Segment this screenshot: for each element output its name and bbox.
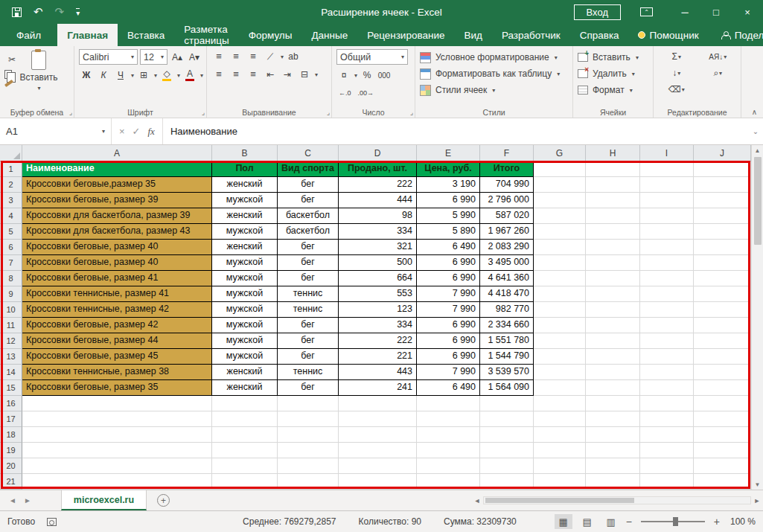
cell-C11[interactable]: бег xyxy=(278,318,339,333)
customize-qat-icon[interactable]: ▾ xyxy=(76,8,80,16)
cell-H18[interactable] xyxy=(586,427,640,443)
cell-H6[interactable] xyxy=(586,240,640,255)
column-header-E[interactable]: E xyxy=(417,145,480,161)
cell-A19[interactable] xyxy=(22,443,212,458)
cell-H5[interactable] xyxy=(586,224,640,240)
row-header-7[interactable]: 7 xyxy=(0,255,22,271)
cell-F17[interactable] xyxy=(480,411,534,427)
row-header-17[interactable]: 17 xyxy=(0,411,22,427)
cell-C13[interactable]: бег xyxy=(278,349,339,365)
cell-D20[interactable] xyxy=(339,458,417,474)
cell-F21[interactable] xyxy=(480,474,534,490)
cell-H13[interactable] xyxy=(586,349,640,365)
cell-I1[interactable] xyxy=(640,161,694,177)
cell-C18[interactable] xyxy=(278,427,339,443)
cell-I15[interactable] xyxy=(640,380,694,396)
cell-A18[interactable] xyxy=(22,427,212,443)
cell-G21[interactable] xyxy=(534,474,586,490)
cell-G3[interactable] xyxy=(534,193,586,208)
cell-G9[interactable] xyxy=(534,286,586,302)
merge-center-icon[interactable]: ⊟ xyxy=(297,67,312,82)
cell-F18[interactable] xyxy=(480,427,534,443)
cell-D17[interactable] xyxy=(339,411,417,427)
cancel-entry-icon[interactable]: × xyxy=(119,126,125,137)
row-header-6[interactable]: 6 xyxy=(0,240,22,255)
tab-file[interactable]: Файл xyxy=(0,24,57,46)
cell-C6[interactable]: бег xyxy=(278,240,339,255)
format-cells-button[interactable]: Формат ▾ xyxy=(578,82,648,98)
copy-icon[interactable] xyxy=(4,70,12,79)
cell-G8[interactable] xyxy=(534,271,586,286)
cell-H10[interactable] xyxy=(586,302,640,318)
cell-D4[interactable]: 98 xyxy=(339,208,417,224)
cell-D15[interactable]: 241 xyxy=(339,380,417,396)
tab-рецензирование[interactable]: Рецензирование xyxy=(357,24,454,46)
formula-input[interactable]: Наименование xyxy=(163,118,748,144)
cell-J17[interactable] xyxy=(694,411,751,427)
cell-D8[interactable]: 664 xyxy=(339,271,417,286)
cell-J2[interactable] xyxy=(694,177,751,193)
cell-G19[interactable] xyxy=(534,443,586,458)
autosum-button[interactable]: Σ▾ xyxy=(658,49,695,64)
font-color-caret-icon[interactable]: ▾ xyxy=(200,72,203,79)
cell-J16[interactable] xyxy=(694,396,751,411)
underline-caret-icon[interactable]: ▾ xyxy=(131,72,134,79)
cell-H7[interactable] xyxy=(586,255,640,271)
cell-G7[interactable] xyxy=(534,255,586,271)
cell-I12[interactable] xyxy=(640,333,694,349)
align-bottom-icon[interactable]: ≡ xyxy=(246,49,261,64)
cell-E13[interactable]: 6 990 xyxy=(417,349,480,365)
cell-J8[interactable] xyxy=(694,271,751,286)
cell-B9[interactable]: мужской xyxy=(212,286,278,302)
column-header-H[interactable]: H xyxy=(586,145,640,161)
font-size-combo[interactable]: 12 ▾ xyxy=(140,49,167,65)
cell-I20[interactable] xyxy=(640,458,694,474)
cell-D3[interactable]: 444 xyxy=(339,193,417,208)
cell-D6[interactable]: 321 xyxy=(339,240,417,255)
cell-C2[interactable]: бег xyxy=(278,177,339,193)
italic-button[interactable]: К xyxy=(96,68,111,83)
tab-данные[interactable]: Данные xyxy=(301,24,357,46)
font-name-combo[interactable]: Calibri ▾ xyxy=(79,49,138,65)
alignment-dialog-launcher-icon[interactable]: ⌟ xyxy=(327,109,330,116)
cell-G13[interactable] xyxy=(534,349,586,365)
cell-E7[interactable]: 6 990 xyxy=(417,255,480,271)
cell-E2[interactable]: 3 190 xyxy=(417,177,480,193)
cell-F10[interactable]: 982 770 xyxy=(480,302,534,318)
cell-F6[interactable]: 2 083 290 xyxy=(480,240,534,255)
cell-J20[interactable] xyxy=(694,458,751,474)
cell-C21[interactable] xyxy=(278,474,339,490)
cell-I7[interactable] xyxy=(640,255,694,271)
cell-E20[interactable] xyxy=(417,458,480,474)
cell-G15[interactable] xyxy=(534,380,586,396)
insert-function-icon[interactable]: fx xyxy=(148,126,155,138)
sort-filter-button[interactable]: АЯ↓▾ xyxy=(700,49,737,64)
cell-J6[interactable] xyxy=(694,240,751,255)
cell-F1[interactable]: Итого xyxy=(480,161,534,177)
cell-D9[interactable]: 553 xyxy=(339,286,417,302)
cell-E8[interactable]: 6 990 xyxy=(417,271,480,286)
align-right-icon[interactable]: ≡ xyxy=(246,67,261,82)
cell-B19[interactable] xyxy=(212,443,278,458)
row-header-11[interactable]: 11 xyxy=(0,318,22,333)
column-header-D[interactable]: D xyxy=(339,145,417,161)
fill-color-caret-icon[interactable]: ▾ xyxy=(177,72,180,79)
cell-A2[interactable]: Кроссовки беговые,размер 35 xyxy=(22,177,212,193)
cell-G11[interactable] xyxy=(534,318,586,333)
row-header-5[interactable]: 5 xyxy=(0,224,22,240)
cell-I21[interactable] xyxy=(640,474,694,490)
vertical-scrollbar[interactable]: ▲ ▼ xyxy=(751,145,763,490)
redo-icon[interactable]: ↷ xyxy=(55,5,65,19)
font-dialog-launcher-icon[interactable]: ⌟ xyxy=(202,109,205,116)
increase-indent-icon[interactable]: ⇥ xyxy=(280,67,295,82)
cell-D2[interactable]: 222 xyxy=(339,177,417,193)
zoom-slider-thumb[interactable] xyxy=(673,517,678,526)
align-center-icon[interactable]: ≡ xyxy=(229,67,243,82)
borders-caret-icon[interactable]: ▾ xyxy=(154,72,157,79)
expand-formula-bar-icon[interactable]: ⌄ xyxy=(748,118,763,144)
cell-B1[interactable]: Пол xyxy=(212,161,278,177)
cell-H15[interactable] xyxy=(586,380,640,396)
cell-B7[interactable]: мужской xyxy=(212,255,278,271)
cell-B20[interactable] xyxy=(212,458,278,474)
cell-J10[interactable] xyxy=(694,302,751,318)
